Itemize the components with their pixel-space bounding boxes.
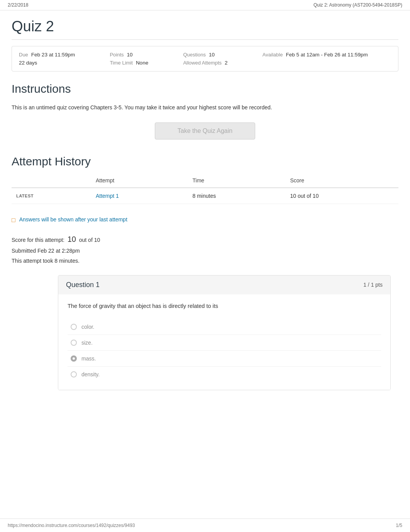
info-box: □ Answers will be shown after your last … [12, 215, 398, 225]
score-info-block: Score for this attempt: 10 out of 10 Sub… [12, 232, 398, 265]
available-label: Available [263, 52, 283, 58]
score-line: Score for this attempt: 10 out of 10 [12, 232, 398, 246]
score-value: 10 [68, 235, 76, 243]
due-label: Due [19, 52, 28, 58]
score-label: Score for this attempt: [12, 237, 64, 243]
submitted-line: Submitted Feb 22 at 2:28pm [12, 246, 398, 256]
radio-button[interactable] [71, 355, 77, 362]
points-label: Points [110, 52, 124, 58]
info-text: Answers will be shown after your last at… [19, 216, 127, 223]
question-1-pts: 1 / 1 pts [363, 282, 383, 288]
question-1-body: The force of gravity that an object has … [58, 294, 390, 390]
due-value: Feb 23 at 11:59pm [31, 52, 75, 58]
table-row: LATEST Attempt 1 8 minutes 10 out of 10 [12, 188, 398, 204]
answer-option: color. [68, 319, 381, 335]
meta-due: Due Feb 23 at 11:59pm [19, 52, 98, 58]
col-header-empty [12, 173, 91, 188]
answer-text: mass. [81, 355, 96, 362]
points-value: 10 [127, 52, 133, 58]
meta-time-limit: Time Limit None [110, 60, 171, 66]
instructions-title: Instructions [12, 82, 398, 98]
answer-text: color. [81, 324, 94, 330]
question-1-block: Question 1 1 / 1 pts The force of gravit… [58, 275, 391, 390]
row-time: 8 minutes [188, 188, 286, 204]
meta-allowed: Allowed Attempts 2 [183, 60, 251, 66]
answer-text: size. [81, 340, 93, 346]
take-quiz-button[interactable]: Take the Quiz Again [155, 122, 255, 139]
instructions-text: This is an untimed quiz covering Chapter… [12, 103, 328, 112]
time-limit-value: None [136, 60, 148, 66]
top-bar: 2/22/2018 Quiz 2: Astronomy (AST200-5494… [0, 0, 410, 10]
radio-button[interactable] [71, 371, 77, 377]
allowed-value: 2 [225, 60, 228, 66]
info-icon: □ [12, 217, 15, 224]
question-1-header: Question 1 1 / 1 pts [58, 275, 390, 294]
page-title-header: Quiz 2: Astronomy (AST200-5494-2018SP) [313, 2, 402, 8]
answer-text: density. [81, 371, 100, 377]
row-attempt[interactable]: Attempt 1 [91, 188, 188, 204]
meta-days: 22 days [19, 60, 98, 66]
available-value: Feb 5 at 12am - Feb 26 at 11:59pm [286, 52, 368, 58]
col-header-time: Time [188, 173, 286, 188]
meta-points: Points 10 [110, 52, 171, 58]
meta-available: Available Feb 5 at 12am - Feb 26 at 11:5… [263, 52, 391, 58]
answer-option: mass. [68, 351, 381, 367]
meta-questions: Questions 10 [183, 52, 251, 58]
date-label: 2/22/2018 [8, 2, 28, 8]
answer-options: color.size.mass.density. [68, 319, 381, 382]
radio-button[interactable] [71, 324, 77, 330]
quiz-meta: Due Feb 23 at 11:59pm Points 10 Question… [12, 46, 398, 71]
radio-button[interactable] [71, 340, 77, 346]
question-1-text: The force of gravity that an object has … [68, 302, 381, 311]
questions-value: 10 [209, 52, 215, 58]
col-header-attempt: Attempt [91, 173, 188, 188]
attempt-table: Attempt Time Score LATEST Attempt 1 8 mi… [12, 173, 398, 204]
answer-option: size. [68, 335, 381, 351]
col-header-score: Score [285, 173, 398, 188]
questions-label: Questions [183, 52, 206, 58]
allowed-label: Allowed Attempts [183, 60, 222, 66]
question-1-label: Question 1 [66, 281, 100, 289]
took-line: This attempt took 8 minutes. [12, 256, 398, 266]
quiz-title: Quiz 2 [12, 18, 398, 40]
time-limit-label: Time Limit [110, 60, 132, 66]
attempt-history-title: Attempt History [12, 155, 398, 168]
days-value: 22 days [19, 60, 37, 66]
page-content: Quiz 2 Due Feb 23 at 11:59pm Points 10 Q… [0, 10, 410, 413]
score-out-of: out of 10 [79, 237, 100, 243]
row-label: LATEST [12, 188, 91, 204]
answer-option: density. [68, 367, 381, 382]
row-score: 10 out of 10 [285, 188, 398, 204]
